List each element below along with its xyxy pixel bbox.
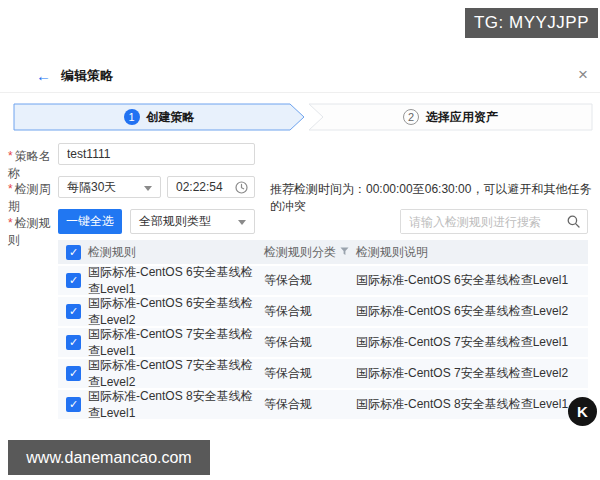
rule-category: 等保合规 [264,272,356,289]
rule-description: 国际标准-CentOS 7安全基线检查Level2 [356,365,588,382]
policy-name-input[interactable] [58,143,255,165]
rule-category: 等保合规 [264,365,356,382]
detection-rules-label: *检测规则 [8,215,56,249]
cycle-interval-select[interactable]: 每隔30天 [58,176,161,198]
rule-search-box [400,209,588,234]
step2-label: 选择应用资产 [426,109,498,126]
header-divider [0,92,600,93]
site-watermark: www.danemancao.com [8,440,210,475]
site-watermark-text: www.danemancao.com [26,449,191,467]
column-header-category: 检测规则分类 [264,244,336,261]
close-icon[interactable]: × [578,66,588,83]
brand-logo-badge: K [568,397,597,426]
required-marker: * [8,149,13,163]
clock-icon [235,181,248,197]
chevron-down-icon [238,220,246,225]
required-marker: * [8,182,13,196]
cycle-interval-value: 每隔30天 [67,179,116,196]
table-row[interactable]: ✓ 国际标准-CentOS 7安全基线检查Level1 等保合规 国际标准-Ce… [58,328,588,357]
rule-name: 国际标准-CentOS 6安全基线检查Level1 [88,264,264,298]
wizard-step-create-policy[interactable]: 1 创建策略 [13,103,305,131]
filter-icon[interactable] [340,245,349,259]
rule-type-value: 全部规则类型 [139,213,211,230]
select-all-checkbox[interactable]: ✓ [66,245,81,260]
table-row[interactable]: ✓ 国际标准-CentOS 8安全基线检查Level1 等保合规 国际标准-Ce… [58,390,588,419]
edit-policy-screen: TG: MYYJJPP ← 编辑策略 × 1 创建策略 2 选择应用资产 [0,0,600,480]
row-checkbox[interactable]: ✓ [66,304,81,319]
rule-type-select[interactable]: 全部规则类型 [130,209,255,234]
detection-rules-table: ✓ 检测规则 检测规则分类 检测规则说明 ✓ 国际标准-CentOS 6安全基线… [58,240,588,419]
column-header-rule: 检测规则 [88,244,264,261]
rule-category: 等保合规 [264,303,356,320]
cycle-time-value: 02:22:54 [176,180,223,194]
row-checkbox[interactable]: ✓ [66,366,81,381]
tg-watermark-text: TG: MYYJJPP [474,13,589,33]
column-header-description: 检测规则说明 [356,244,588,261]
row-checkbox[interactable]: ✓ [66,273,81,288]
rule-name: 国际标准-CentOS 8安全基线检查Level1 [88,388,264,422]
rule-description: 国际标准-CentOS 6安全基线检查Level1 [356,272,588,289]
step1-label: 创建策略 [147,109,195,126]
rule-name: 国际标准-CentOS 7安全基线检查Level2 [88,357,264,391]
chevron-down-icon [144,186,152,191]
page-title: 编辑策略 [61,67,113,85]
policy-name-label: *策略名称 [8,148,56,182]
panel-header: ← 编辑策略 × [0,60,600,91]
table-header-row: ✓ 检测规则 检测规则分类 检测规则说明 [58,240,588,264]
step1-number-badge: 1 [124,109,140,125]
brand-logo-letter: K [577,403,588,420]
rule-category: 等保合规 [264,334,356,351]
rule-name: 国际标准-CentOS 6安全基线检查Level2 [88,295,264,329]
table-row[interactable]: ✓ 国际标准-CentOS 6安全基线检查Level2 等保合规 国际标准-Ce… [58,297,588,326]
table-row[interactable]: ✓ 国际标准-CentOS 6安全基线检查Level1 等保合规 国际标准-Ce… [58,266,588,295]
rule-description: 国际标准-CentOS 6安全基线检查Level2 [356,303,588,320]
tg-watermark-badge: TG: MYYJJPP [465,8,598,38]
search-icon[interactable] [567,215,580,231]
row-checkbox[interactable]: ✓ [66,335,81,350]
back-icon[interactable]: ← [36,67,51,84]
row-checkbox[interactable]: ✓ [66,397,81,412]
wizard-step-select-assets[interactable]: 2 选择应用资产 [308,103,593,131]
detection-cycle-label: *检测周期 [8,181,56,215]
rule-search-input[interactable] [401,210,559,233]
rule-description: 国际标准-CentOS 8安全基线检查Level1 [356,396,588,413]
rule-description: 国际标准-CentOS 7安全基线检查Level1 [356,334,588,351]
step2-number-badge: 2 [403,109,419,125]
table-row[interactable]: ✓ 国际标准-CentOS 7安全基线检查Level2 等保合规 国际标准-Ce… [58,359,588,388]
step-wizard: 1 创建策略 2 选择应用资产 [13,103,593,131]
rule-name: 国际标准-CentOS 7安全基线检查Level1 [88,326,264,360]
cycle-time-input[interactable]: 02:22:54 [167,176,255,198]
rule-category: 等保合规 [264,396,356,413]
required-marker: * [8,216,13,230]
select-all-button[interactable]: 一键全选 [58,209,122,234]
